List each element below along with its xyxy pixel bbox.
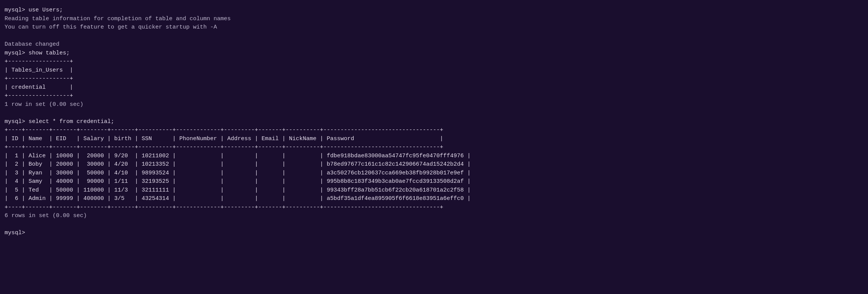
table-row-21: | 5 | Ted | 50000 | 110000 | 11/3 | 3211…	[5, 186, 863, 195]
table-border-6: +------------------+	[5, 58, 863, 66]
table-row-18: | 2 | Boby | 20000 | 30000 | 4/20 | 1021…	[5, 160, 863, 169]
empty-line-12	[5, 109, 863, 118]
terminal-command-26: mysql>	[5, 229, 863, 238]
terminal-command-5: mysql> show tables;	[5, 49, 863, 58]
table-border-16: +----+-------+-------+--------+-------+-…	[5, 143, 863, 152]
table-border-23: +----+-------+-------+--------+-------+-…	[5, 203, 863, 212]
table-border-10: +------------------+	[5, 92, 863, 101]
terminal-command-13: mysql> select * from credential;	[5, 118, 863, 126]
table-border-8: +------------------+	[5, 75, 863, 83]
terminal: mysql> use Users;Reading table informati…	[5, 6, 863, 238]
table-row-20: | 4 | Samy | 40000 | 90000 | 1/11 | 3219…	[5, 177, 863, 186]
table-row-17: | 1 | Alice | 10000 | 20000 | 9/20 | 102…	[5, 152, 863, 161]
table-header-15: | ID | Name | EID | Salary | birth | SSN…	[5, 135, 863, 144]
table-row-22: | 6 | Admin | 99999 | 400000 | 3/5 | 432…	[5, 195, 863, 203]
table-row-19: | 3 | Ryan | 30000 | 50000 | 4/10 | 9899…	[5, 169, 863, 178]
table-row-9: | credential |	[5, 83, 863, 92]
terminal-info-24: 6 rows in set (0.00 sec)	[5, 212, 863, 220]
terminal-info-2: You can turn off this feature to get a q…	[5, 23, 863, 32]
terminal-info-4: Database changed	[5, 40, 863, 49]
empty-line-3	[5, 32, 863, 41]
empty-line-25	[5, 220, 863, 229]
terminal-info-1: Reading table information for completion…	[5, 15, 863, 24]
table-row-7: | Tables_in_Users |	[5, 66, 863, 75]
terminal-info-11: 1 row in set (0.00 sec)	[5, 101, 863, 109]
terminal-command-0: mysql> use Users;	[5, 6, 863, 15]
table-border-14: +----+-------+-------+--------+-------+-…	[5, 126, 863, 135]
